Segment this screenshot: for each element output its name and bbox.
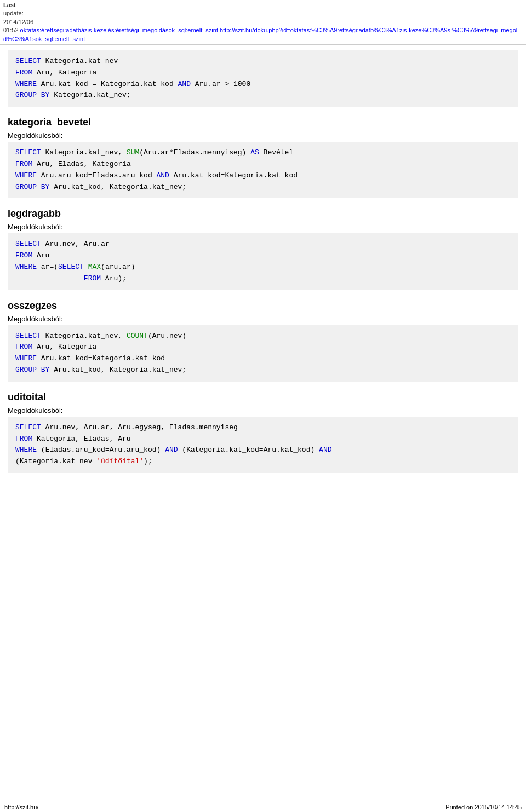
section-osszegzes: osszegzes Megoldókulcsból: SELECT Katego… [8,300,518,382]
solution-label-legdragabb: Megoldókulcsból: [8,223,518,231]
section-uditoital: uditoital Megoldókulcsból: SELECT Aru.ne… [8,391,518,473]
section-kategoria-bevetel: kategoria_bevetel Megoldókulcsból: SELEC… [8,117,518,198]
solution-label-uditoital: Megoldókulcsból: [8,406,518,414]
code-block-kategoria-bevetel: SELECT Kategoria.kat_nev, SUM(Aru.ar*Ela… [8,142,518,198]
code-block-first: SELECT Kategoria.kat_nev FROM Aru, Kateg… [8,50,518,107]
title-osszegzes: osszegzes [8,300,518,312]
code-block-legdragabb: SELECT Aru.nev, Aru.ar FROM Aru WHERE ar… [8,233,518,290]
title-uditoital: uditoital [8,391,518,403]
footer-bar: http://szit.hu/ Printed on 2015/10/14 14… [0,802,526,812]
page-url: oktatas:érettségi:adatbázis-kezelés:éret… [3,27,517,42]
solution-label-osszegzes: Megoldókulcsból: [8,315,518,323]
last-update-label: Last [3,2,16,8]
code-block-uditoital: SELECT Aru.nev, Aru.ar, Aru.egyseg, Elad… [8,417,518,473]
top-bar: Last update:2014/12/0601:52 oktatas:éret… [0,0,526,45]
section-first-query: SELECT Kategoria.kat_nev FROM Aru, Kateg… [8,50,518,107]
title-kategoria-bevetel: kategoria_bevetel [8,117,518,128]
footer-left: http://szit.hu/ [4,804,38,810]
footer-right: Printed on 2015/10/14 14:45 [445,804,522,810]
section-legdragabb: legdragabb Megoldókulcsból: SELECT Aru.n… [8,208,518,290]
solution-label-kategoria-bevetel: Megoldókulcsból: [8,131,518,140]
title-legdragabb: legdragabb [8,208,518,220]
code-block-osszegzes: SELECT Kategoria.kat_nev, COUNT(Aru.nev)… [8,325,518,382]
main-content: SELECT Kategoria.kat_nev FROM Aru, Kateg… [0,45,526,505]
